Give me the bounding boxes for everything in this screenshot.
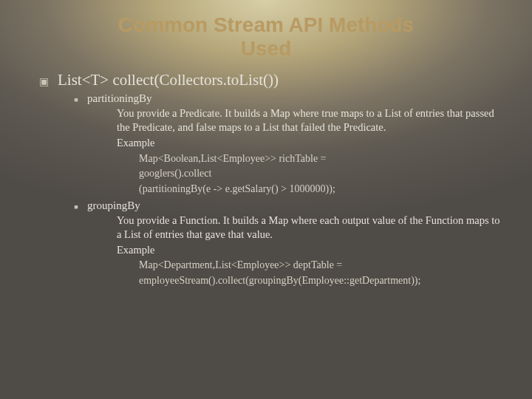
square-bullet-icon: ■ — [65, 200, 87, 212]
code-line: (partitioningBy(e -> e.getSalary() > 100… — [30, 183, 502, 197]
title-line1: Common Stream API Methods — [118, 13, 414, 36]
slide-title: Common Stream API Methods Used — [0, 0, 532, 61]
arrow-bullet-icon — [96, 214, 117, 242]
list-item: ▣ List<T> collect(Collectors.toList()) — [30, 71, 502, 89]
body-text: You provide a Function. It builds a Map … — [117, 214, 502, 242]
example-label: Example — [117, 243, 502, 258]
list-item: Example — [30, 243, 502, 258]
list-item: You provide a Predicate. It builds a Map… — [30, 106, 502, 134]
list-item: ■ partitioningBy — [30, 92, 502, 105]
heading-text: List<T> collect(Collectors.toList()) — [58, 71, 502, 89]
title-line2: Used — [241, 37, 291, 60]
square-bullet-icon: ▣ — [30, 71, 58, 89]
code-line: Map<Department,List<Employee>> deptTable… — [30, 259, 502, 273]
list-item: ■ groupingBy — [30, 200, 502, 212]
slide-content: ▣ List<T> collect(Collectors.toList()) ■… — [0, 61, 532, 288]
arrow-bullet-icon — [96, 243, 117, 258]
example-label: Example — [117, 136, 502, 151]
arrow-bullet-icon — [96, 106, 117, 134]
arrow-bullet-icon — [96, 136, 117, 151]
list-item: Example — [30, 136, 502, 151]
square-bullet-icon: ■ — [65, 92, 87, 105]
body-text: You provide a Predicate. It builds a Map… — [117, 106, 502, 134]
code-line: employeeStream().collect(groupingBy(Empl… — [30, 274, 502, 288]
code-line: googlers().collect — [30, 167, 502, 181]
subhead-text: groupingBy — [87, 200, 502, 212]
code-line: Map<Boolean,List<Employee>> richTable = — [30, 152, 502, 166]
list-item: You provide a Function. It builds a Map … — [30, 214, 502, 242]
subhead-text: partitioningBy — [87, 92, 502, 105]
